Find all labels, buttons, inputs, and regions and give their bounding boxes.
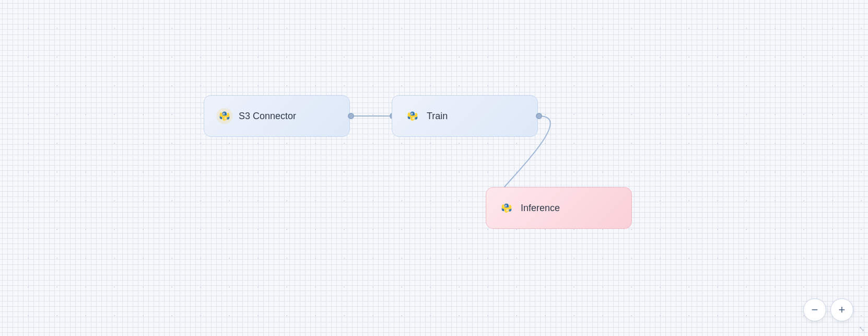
zoom-in-button[interactable]: +: [830, 298, 853, 321]
train-output-dot: [536, 113, 542, 119]
train-node[interactable]: Train: [392, 95, 538, 137]
python-icon: [498, 199, 515, 217]
connections-svg: [0, 0, 868, 336]
s3-connector-label: S3 Connector: [239, 111, 296, 122]
s3-output-dot: [348, 113, 354, 119]
zoom-out-button[interactable]: −: [803, 298, 826, 321]
python-icon: [216, 107, 233, 125]
inference-node[interactable]: Inference: [486, 187, 632, 229]
python-icon: [404, 107, 421, 125]
zoom-controls: − +: [803, 298, 853, 321]
inference-label: Inference: [521, 203, 560, 214]
canvas: S3 Connector Train Inference: [0, 0, 868, 336]
train-label: Train: [427, 111, 448, 122]
s3-connector-node[interactable]: S3 Connector: [204, 95, 350, 137]
resize-handle[interactable]: ⤡: [859, 325, 865, 333]
